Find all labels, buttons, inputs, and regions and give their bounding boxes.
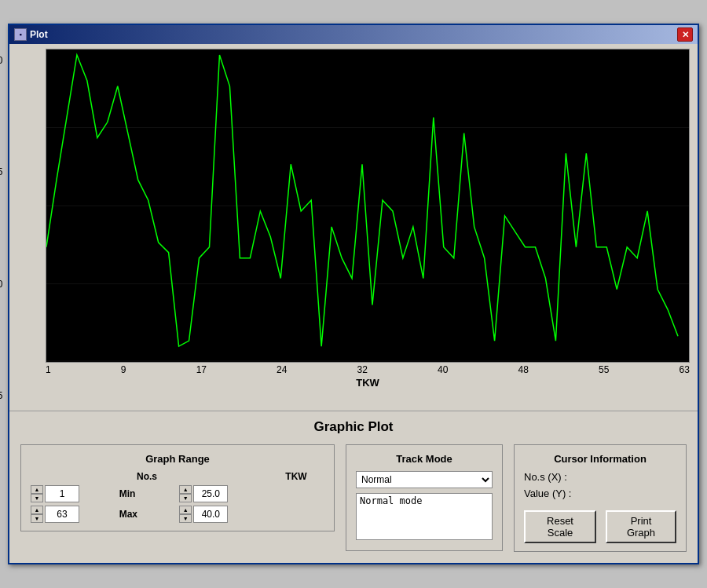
- x-label-63: 63: [680, 364, 690, 375]
- tkw-max-input[interactable]: [193, 506, 228, 523]
- x-axis-title: TKW: [46, 377, 690, 389]
- title-bar: ▪ Plot ✕: [9, 25, 698, 44]
- panel-columns: Graph Range No.s TKW ▲ ▼ Min: [20, 444, 687, 552]
- nos-max-input[interactable]: [45, 506, 79, 523]
- max-label: Max: [119, 509, 175, 520]
- x-label-48: 48: [518, 364, 529, 375]
- title-bar-left: ▪ Plot: [14, 28, 48, 41]
- x-axis-labels: 1 9 17 24 32 40 48 55 63: [46, 363, 690, 375]
- track-mode-title: Track Mode: [356, 453, 493, 465]
- track-mode-select[interactable]: Normal Track Zoom: [356, 471, 493, 488]
- print-graph-button[interactable]: Print Graph: [606, 510, 676, 543]
- cursor-nos-label: No.s (X) :: [524, 471, 567, 483]
- x-label-1: 1: [46, 364, 51, 375]
- x-label-9: 9: [121, 364, 126, 375]
- window-title: Plot: [30, 29, 48, 40]
- graph-range-title: Graph Range: [31, 453, 324, 465]
- y-axis-labels: 40 35 30 25: [0, 49, 2, 407]
- y-label-25: 25: [0, 390, 2, 401]
- x-label-32: 32: [357, 364, 368, 375]
- nos-max-up-btn[interactable]: ▲: [31, 506, 43, 514]
- tkw-max-down-btn[interactable]: ▼: [179, 514, 192, 523]
- nos-min-input[interactable]: [45, 485, 79, 502]
- tkw-min-up-btn[interactable]: ▲: [179, 485, 192, 494]
- tkw-min-input[interactable]: [193, 485, 228, 502]
- graph-area: 40 35 30 25: [9, 44, 698, 411]
- nos-max-spinner: ▲ ▼: [31, 506, 115, 523]
- tkw-max-up-btn[interactable]: ▲: [179, 506, 192, 514]
- panel-title: Graphic Plot: [20, 419, 687, 435]
- tkw-min-down-btn[interactable]: ▼: [179, 494, 192, 502]
- nos-max-btn-group: ▲ ▼: [31, 506, 43, 523]
- y-label-40: 40: [0, 55, 2, 66]
- nos-col-header: No.s: [119, 471, 175, 482]
- min-label: Min: [119, 488, 175, 499]
- axis-wrapper: 40 35 30 25: [17, 49, 690, 407]
- tkw-col-header: TKW: [268, 471, 324, 482]
- cursor-value-row: Value (Y) :: [524, 488, 676, 499]
- nos-min-btn-group: ▲ ▼: [31, 485, 43, 502]
- x-label-24: 24: [277, 364, 287, 375]
- cursor-info-box: Cursor Information No.s (X) : Value (Y) …: [514, 444, 687, 552]
- window-icon: ▪: [14, 28, 27, 41]
- range-grid: No.s TKW ▲ ▼ Min ▲: [31, 471, 324, 523]
- y-label-35: 35: [0, 166, 2, 177]
- tkw-min-btn-group: ▲ ▼: [179, 485, 192, 502]
- track-select-wrap: Normal Track Zoom: [356, 471, 493, 488]
- close-button[interactable]: ✕: [677, 27, 693, 42]
- cursor-value-label: Value (Y) :: [524, 488, 571, 499]
- button-row: Reset Scale Print Graph: [524, 510, 676, 543]
- x-label-17: 17: [196, 364, 207, 375]
- graph-svg: [46, 49, 689, 362]
- cursor-nos-row: No.s (X) :: [524, 471, 676, 483]
- nos-min-spinner: ▲ ▼: [31, 485, 115, 502]
- main-window: ▪ Plot ✕ 40 35 30 25: [8, 24, 699, 564]
- graph-canvas: [46, 49, 690, 363]
- nos-min-up-btn[interactable]: ▲: [31, 485, 43, 494]
- y-label-30: 30: [0, 279, 2, 290]
- nos-min-down-btn[interactable]: ▼: [31, 494, 43, 502]
- tkw-min-spinner: ▲ ▼: [179, 485, 263, 502]
- tkw-max-btn-group: ▲ ▼: [179, 506, 192, 523]
- nos-max-down-btn[interactable]: ▼: [31, 514, 43, 523]
- reset-scale-button[interactable]: Reset Scale: [524, 510, 596, 543]
- tkw-max-spinner: ▲ ▼: [179, 506, 263, 523]
- x-label-55: 55: [599, 364, 609, 375]
- bottom-panel: Graphic Plot Graph Range No.s TKW ▲ ▼: [9, 411, 698, 563]
- track-description-area: Normal mode: [356, 493, 493, 540]
- graph-range-box: Graph Range No.s TKW ▲ ▼ Min: [20, 444, 335, 531]
- x-label-40: 40: [438, 364, 448, 375]
- cursor-info-title: Cursor Information: [524, 453, 676, 465]
- graph-polyline: [46, 55, 678, 346]
- track-mode-box: Track Mode Normal Track Zoom Normal mode: [346, 444, 503, 551]
